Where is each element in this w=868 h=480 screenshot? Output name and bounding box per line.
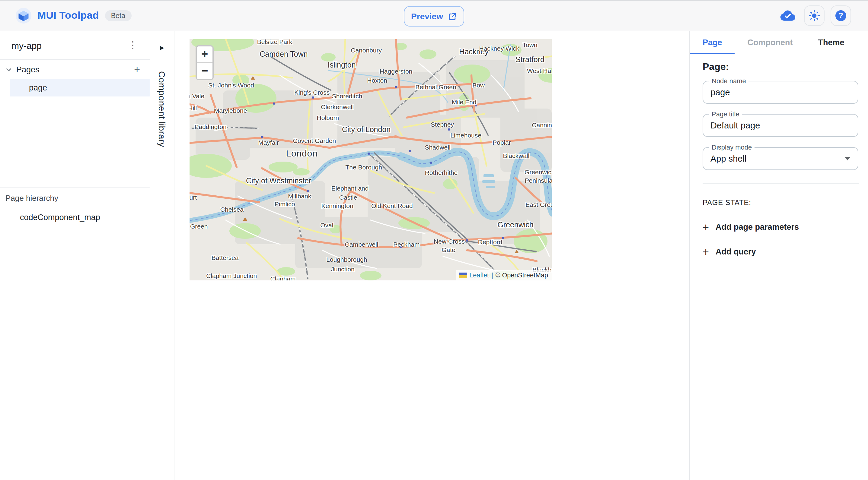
app-menu-button[interactable]: ⋮ xyxy=(126,39,140,51)
component-library-label: Component library xyxy=(157,71,167,147)
map-label: Stratford xyxy=(516,55,545,64)
map-label: Holborn xyxy=(317,114,339,122)
openstreetmap-link[interactable]: © OpenStreetMap xyxy=(496,271,548,279)
leaflet-link[interactable]: Leaflet xyxy=(469,271,489,279)
page-title-input[interactable] xyxy=(703,121,858,130)
display-mode-value: App shell xyxy=(703,154,844,163)
ukraine-flag-icon xyxy=(459,272,467,278)
page-title-label: Page title xyxy=(709,110,742,118)
component-library-tab[interactable]: ▶ Component library xyxy=(150,31,175,480)
inspector-panel: Page Component Theme Page: Node name Pag… xyxy=(689,31,868,480)
map-label: Green xyxy=(190,222,208,230)
pages-section-label: Pages xyxy=(16,65,133,74)
map-label: Castle xyxy=(339,193,357,201)
map-label: Bethnal Green xyxy=(415,83,456,91)
map-label: Rotherhithe xyxy=(425,169,458,176)
map-label: Canonbury xyxy=(351,47,382,54)
theme-toggle-button[interactable] xyxy=(804,5,825,26)
map-label: Marylebone xyxy=(214,106,247,114)
plus-icon: + xyxy=(703,247,709,256)
map-label: Paddington xyxy=(194,123,226,130)
map-label: da Vale xyxy=(189,92,204,99)
app-name: my-app xyxy=(11,40,42,50)
map-label: City of Westminster xyxy=(246,177,311,185)
map-label: Camberwell xyxy=(345,241,378,248)
map-label: Belsize Park xyxy=(257,39,292,45)
header-actions: ? xyxy=(777,1,851,31)
page-state-label: PAGE STATE: xyxy=(703,198,858,207)
add-page-button[interactable]: + xyxy=(133,64,141,74)
page-title-field: Page title xyxy=(703,114,858,137)
map-label: Deptford xyxy=(478,238,502,245)
map-label: Elephant and xyxy=(331,184,369,192)
map-label: Loughborough xyxy=(326,256,367,263)
page-heading: Page: xyxy=(703,62,858,72)
node-name-label: Node name xyxy=(709,77,748,85)
page-hierarchy-title: Page hierarchy xyxy=(0,187,150,203)
map-label: Clapham xyxy=(271,275,296,280)
help-icon: ? xyxy=(835,10,846,21)
map-label: Cannin xyxy=(532,122,552,129)
add-page-parameters-button[interactable]: + Add page parameters xyxy=(703,222,799,232)
node-name-field: Node name xyxy=(703,81,858,104)
map-label: Peninsula xyxy=(525,177,552,184)
map-label: Shoreditch xyxy=(332,92,362,99)
plus-icon: + xyxy=(703,223,709,231)
map-label: East Gree xyxy=(525,201,552,208)
map-label: Greenwich xyxy=(497,220,534,229)
map-label: Greenwic xyxy=(525,169,551,176)
map-label: Hoxton xyxy=(367,77,387,84)
node-name-input[interactable] xyxy=(703,88,858,97)
map-label: Bow xyxy=(472,81,485,89)
tab-component[interactable]: Component xyxy=(735,31,806,54)
map-label: Clerkenwell xyxy=(321,103,354,110)
sun-icon xyxy=(808,10,820,22)
attribution-separator: | xyxy=(491,271,493,279)
display-mode-select[interactable]: Display mode App shell xyxy=(703,147,858,170)
chevron-down-icon xyxy=(5,66,12,73)
map-zoom-out-button[interactable]: − xyxy=(197,63,213,79)
map-label: Poplar xyxy=(493,139,511,146)
map-label: Camden Town xyxy=(259,50,308,59)
map-label: Covent Garden xyxy=(293,137,336,144)
help-button[interactable]: ? xyxy=(831,5,851,26)
add-query-label: Add query xyxy=(716,247,756,256)
map-label: The Borough xyxy=(345,163,382,171)
inspector-divider xyxy=(703,183,859,184)
map-label: Kennington xyxy=(321,202,353,210)
brand-group: MUI Toolpad Beta xyxy=(0,8,131,24)
sidebar-item-page[interactable]: page xyxy=(10,79,150,97)
map-label: Hill xyxy=(189,104,197,111)
map-label: City of London xyxy=(342,125,391,134)
map-zoom-control: + − xyxy=(195,45,214,80)
page-item-label: page xyxy=(29,83,47,92)
tab-theme[interactable]: Theme xyxy=(806,31,857,54)
inspector-tabs: Page Component Theme xyxy=(690,31,868,54)
add-page-parameters-label: Add page parameters xyxy=(716,222,799,232)
map-label: London xyxy=(286,148,318,158)
tab-page[interactable]: Page xyxy=(690,31,735,54)
map-label: Hackney Wick xyxy=(479,45,519,52)
map-label: West Ha xyxy=(527,67,551,74)
sidebar-spacer xyxy=(0,97,150,187)
map-label: ourt xyxy=(189,194,197,201)
app-window: MUI Toolpad Beta Preview xyxy=(0,0,868,480)
map[interactable]: Belsize ParkCamden TownCanonburyHackneyH… xyxy=(189,39,552,280)
map-label: Limehouse xyxy=(450,132,482,139)
hierarchy-item-code-component-map[interactable]: codeComponent_map xyxy=(0,203,150,222)
page-canvas[interactable]: Belsize ParkCamden TownCanonburyHackneyH… xyxy=(175,31,689,480)
map-label: Shadwell xyxy=(425,143,450,151)
add-query-button[interactable]: + Add query xyxy=(703,247,756,256)
app-title: MUI Toolpad xyxy=(37,10,99,22)
map-label: Mile End xyxy=(452,98,476,106)
map-label: King's Cross xyxy=(294,89,330,96)
map-zoom-in-button[interactable]: + xyxy=(197,46,213,63)
preview-button[interactable]: Preview xyxy=(404,6,464,27)
map-label: Town xyxy=(522,41,537,48)
map-label: Battersea xyxy=(212,253,239,261)
map-label: Haggerston xyxy=(380,68,412,75)
pages-section-header[interactable]: Pages + xyxy=(0,60,150,79)
map-label: New Cross xyxy=(434,238,465,245)
app-name-row: my-app ⋮ xyxy=(0,31,150,60)
map-label: Peckham xyxy=(393,241,420,248)
